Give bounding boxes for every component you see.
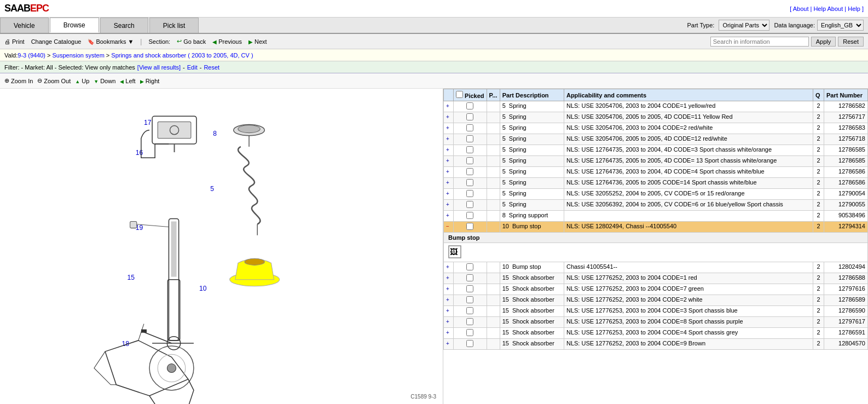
help-link[interactable]: Help <box>848 5 860 12</box>
expand-button[interactable]: + <box>446 125 449 131</box>
parts-panel[interactable]: Picked P... Part Description Applicabili… <box>443 89 868 404</box>
expand-button[interactable]: + <box>446 330 449 336</box>
picked-checkbox[interactable] <box>466 168 473 175</box>
tab-search[interactable]: Search <box>100 18 148 33</box>
expand-button[interactable]: + <box>446 136 449 142</box>
expand-button[interactable]: + <box>446 297 449 303</box>
table-row[interactable]: + 5 Spring NLS: USE 32055252, 2004 to 20… <box>444 189 868 200</box>
table-row[interactable]: + 15 Shock absorber NLS: USE 12776253, 2… <box>444 317 868 328</box>
right-button[interactable]: Right <box>140 78 160 84</box>
picked-checkbox[interactable] <box>466 146 473 153</box>
picked-checkbox[interactable] <box>466 223 473 230</box>
expand-cell[interactable]: + <box>444 284 454 295</box>
table-row[interactable]: + 5 Spring NLS: USE 32054706, 2005 to 20… <box>444 112 868 123</box>
expand-button[interactable]: + <box>446 340 449 347</box>
picked-cell[interactable] <box>454 101 487 112</box>
zoom-out-button[interactable]: Zoom Out <box>37 77 71 84</box>
expand-button[interactable]: + <box>446 275 449 281</box>
bookmarks-button[interactable]: Bookmarks ▼ <box>88 38 134 45</box>
picked-cell[interactable] <box>454 328 487 339</box>
expand-cell[interactable]: + <box>444 317 454 328</box>
table-row[interactable]: + 15 Shock absorber NLS: USE 12776252, 2… <box>444 273 868 284</box>
search-info-input[interactable] <box>710 37 809 47</box>
picked-cell[interactable] <box>454 222 487 233</box>
expand-button[interactable]: + <box>446 158 449 164</box>
table-row[interactable]: + 15 Shock absorber NLS: USE 12776253, 2… <box>444 306 868 317</box>
expand-button[interactable]: + <box>446 147 449 153</box>
picked-checkbox[interactable] <box>466 157 473 164</box>
picked-checkbox[interactable] <box>466 179 473 186</box>
picked-checkbox[interactable] <box>466 318 473 325</box>
diagram-panel[interactable]: 17 16 8 5 19 15 18 10 <box>0 89 443 404</box>
up-button[interactable]: Up <box>75 78 89 84</box>
picked-cell[interactable] <box>454 134 487 145</box>
expand-cell[interactable]: + <box>444 295 454 306</box>
table-row[interactable]: + 15 Shock absorber NLS: USE 12776252, 2… <box>444 284 868 295</box>
picked-cell[interactable] <box>454 317 487 328</box>
about-link[interactable]: About <box>828 5 843 12</box>
left-button[interactable]: Left <box>120 78 135 84</box>
expand-cell[interactable]: + <box>444 200 454 211</box>
table-row[interactable]: − 10 Bump stop NLS: USE 12802494, Chassi… <box>444 222 868 233</box>
expand-cell[interactable]: + <box>444 328 454 339</box>
expand-button[interactable]: + <box>446 286 449 292</box>
expand-button[interactable]: + <box>446 103 449 109</box>
picked-cell[interactable] <box>454 200 487 211</box>
change-catalogue-button[interactable]: Change Catalogue <box>31 38 82 45</box>
picked-checkbox[interactable] <box>466 201 473 208</box>
expand-cell[interactable]: + <box>444 167 454 178</box>
picked-checkbox[interactable] <box>466 307 473 314</box>
expand-cell[interactable]: + <box>444 273 454 284</box>
picked-checkbox[interactable] <box>466 113 473 120</box>
expand-button[interactable]: + <box>446 264 449 270</box>
picked-checkbox[interactable] <box>466 329 473 336</box>
expand-button[interactable]: − <box>446 223 449 229</box>
previous-button[interactable]: Previous <box>212 38 242 45</box>
picked-cell[interactable] <box>454 178 487 189</box>
tab-picklist[interactable]: Pick list <box>149 18 199 33</box>
table-row[interactable]: + 10 Bump stop Chassi 41005541-- 2 12802… <box>444 262 868 273</box>
next-button[interactable]: Next <box>248 38 267 45</box>
reset-button[interactable]: Reset <box>838 37 864 47</box>
breadcrumb-link2[interactable]: Suspension system <box>52 52 104 59</box>
data-lang-select[interactable]: English_GB <box>817 20 864 31</box>
picked-checkbox[interactable] <box>466 340 473 347</box>
picked-checkbox[interactable] <box>466 274 473 281</box>
picked-checkbox[interactable] <box>466 296 473 303</box>
expand-button[interactable]: + <box>446 169 449 175</box>
expand-button[interactable]: + <box>446 308 449 314</box>
picked-cell[interactable] <box>454 284 487 295</box>
picked-checkbox[interactable] <box>466 263 473 270</box>
picked-cell[interactable] <box>454 123 487 134</box>
table-row[interactable]: + 5 Spring NLS: USE 12764736, 2005 to 20… <box>444 178 868 189</box>
picked-cell[interactable] <box>454 112 487 123</box>
print-button[interactable]: Print <box>4 38 25 45</box>
table-row[interactable]: + 8 Spring support 2 90538496 <box>444 211 868 222</box>
expand-cell[interactable]: + <box>444 262 454 273</box>
header-links[interactable]: [ About | Help About | Help ] <box>790 5 864 12</box>
tab-browse[interactable]: Browse <box>50 18 99 33</box>
expand-cell[interactable]: + <box>444 134 454 145</box>
zoom-in-button[interactable]: Zoom In <box>4 77 33 84</box>
picked-cell[interactable] <box>454 295 487 306</box>
picked-cell[interactable] <box>454 211 487 222</box>
picked-checkbox[interactable] <box>466 135 473 142</box>
tab-vehicle[interactable]: Vehicle <box>0 18 49 33</box>
picked-checkbox[interactable] <box>466 190 473 197</box>
go-back-button[interactable]: Go back <box>177 38 206 45</box>
picked-cell[interactable] <box>454 167 487 178</box>
expand-button[interactable]: + <box>446 201 449 207</box>
table-row[interactable]: + 5 Spring NLS: USE 12764735, 2003 to 20… <box>444 145 868 156</box>
picked-checkbox[interactable] <box>466 285 473 292</box>
breadcrumb-link1[interactable]: 9-3 (9440) <box>18 52 45 59</box>
expand-cell[interactable]: + <box>444 123 454 134</box>
part-type-select[interactable]: Original Parts <box>719 20 769 31</box>
expand-cell[interactable]: + <box>444 101 454 112</box>
table-row[interactable]: + 5 Spring NLS: USE 32054706, 2003 to 20… <box>444 123 868 134</box>
expand-cell[interactable]: + <box>444 178 454 189</box>
table-row[interactable]: + 15 Shock absorber NLS: USE 12776252, 2… <box>444 295 868 306</box>
picked-cell[interactable] <box>454 306 487 317</box>
picked-cell[interactable] <box>454 339 487 350</box>
picked-cell[interactable] <box>454 189 487 200</box>
expand-cell[interactable]: + <box>444 156 454 167</box>
